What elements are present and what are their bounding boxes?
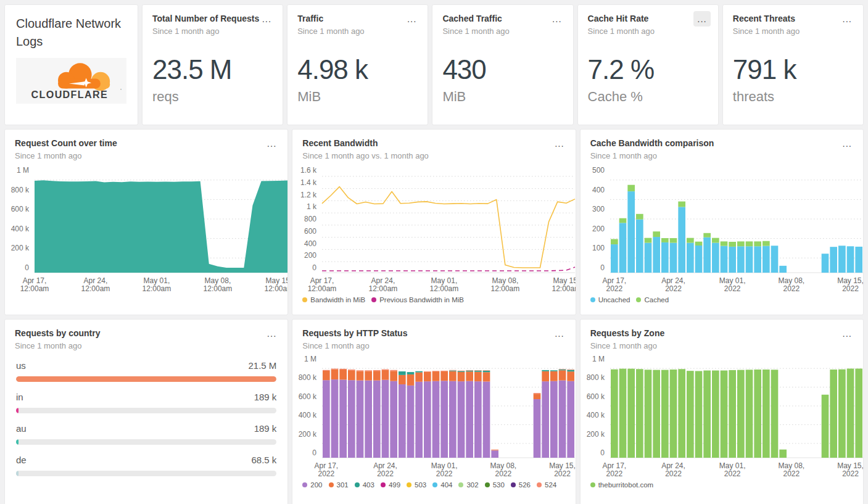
panel-subtitle: Since 1 month ago	[442, 27, 563, 36]
panel-cache-bandwidth: Cache Bandwidth comparison Since 1 month…	[581, 130, 863, 315]
cache-bandwidth-chart[interactable]: 0100200300400500Apr 17,2022Apr 24,2022Ma…	[581, 167, 863, 294]
legend-dot-icon	[636, 297, 641, 302]
svg-text:200: 200	[304, 251, 316, 260]
top-row: Cloudflare Network Logs CLOUDFLARE ' Tot…	[5, 5, 863, 125]
legend-item[interactable]: 200	[302, 481, 322, 489]
country-code: au	[16, 423, 27, 434]
country-row: de 68.5 k	[16, 455, 276, 476]
request-count-chart[interactable]: 0200 k400 k600 k800 k1 MApr 17,12:00amAp…	[5, 167, 287, 294]
svg-text:CLOUDFLARE: CLOUDFLARE	[31, 89, 108, 100]
more-options-icon[interactable]: ...	[258, 11, 276, 27]
panel-title: Total Number of Requests	[152, 14, 273, 25]
legend-label: 301	[337, 481, 349, 489]
cloudflare-logo-image: CLOUDFLARE '	[16, 59, 126, 103]
svg-text:400: 400	[592, 185, 605, 194]
stat-unit: Cache %	[588, 89, 708, 105]
legend-dot-icon	[329, 482, 334, 487]
legend-item[interactable]: 302	[458, 481, 478, 489]
legend-item[interactable]: 524	[537, 481, 556, 489]
country-bar-fill	[16, 408, 19, 413]
svg-text:May 15,2022: May 15,2022	[837, 461, 863, 478]
legend-item[interactable]: 503	[407, 481, 426, 489]
country-value: 21.5 M	[248, 360, 276, 371]
more-options-icon[interactable]: ...	[551, 136, 568, 151]
country-bar-track	[16, 439, 276, 445]
legend-label: 403	[363, 481, 374, 489]
more-options-icon[interactable]: ...	[263, 326, 281, 341]
recent-bandwidth-chart[interactable]: 02004006008001 k1.2 k1.4 k1.6 kApr 17,12…	[292, 167, 575, 294]
more-options-icon[interactable]: ...	[838, 326, 856, 341]
svg-text:0: 0	[25, 263, 29, 272]
legend-label: 404	[440, 481, 452, 489]
svg-text:May 08,2022: May 08,2022	[490, 461, 517, 478]
svg-text:200 k: 200 k	[299, 429, 317, 438]
svg-text:May 08,2022: May 08,2022	[778, 276, 804, 293]
svg-text:1.4 k: 1.4 k	[300, 178, 317, 186]
http-status-chart[interactable]: 0200 k400 k600 k800 k1 MApr 17,2022Apr 2…	[292, 355, 575, 479]
svg-text:May 15,2022: May 15,2022	[837, 276, 863, 293]
country-bar-fill	[16, 471, 19, 476]
more-options-icon[interactable]: ...	[263, 136, 281, 151]
legend-item[interactable]: Uncached	[590, 296, 630, 304]
panel-subtitle: Since 1 month ago	[297, 27, 418, 36]
legend-item[interactable]: Previous Bandwidth in MiB	[371, 296, 464, 304]
legend-dot-icon	[432, 482, 437, 487]
svg-text:400: 400	[304, 239, 316, 247]
panel-request-count: Request Count over time Since 1 month ag…	[5, 130, 287, 315]
chart-legend: theburritobot.com	[581, 479, 863, 489]
legend-item[interactable]: 403	[355, 481, 374, 489]
legend-dot-icon	[537, 482, 542, 487]
legend-item[interactable]: Cached	[636, 296, 669, 304]
country-code: de	[16, 455, 27, 465]
legend-label: 530	[493, 481, 505, 489]
legend-item[interactable]: Bandwidth in MiB	[302, 296, 365, 304]
legend-item[interactable]: 526	[511, 481, 531, 489]
cloudflare-logo: CLOUDFLARE '	[16, 58, 126, 104]
legend-label: 526	[519, 481, 531, 489]
legend-item[interactable]: 404	[432, 481, 452, 489]
svg-text:1.6 k: 1.6 k	[300, 166, 317, 175]
svg-text:0: 0	[600, 448, 605, 457]
svg-text:Apr 24,2022: Apr 24,2022	[661, 461, 685, 478]
legend-item[interactable]: 301	[329, 481, 349, 489]
legend-item[interactable]: 530	[485, 481, 505, 489]
svg-text:May 08,2022: May 08,2022	[778, 461, 804, 478]
legend-label: 302	[466, 481, 478, 489]
country-code: us	[16, 360, 26, 371]
svg-text:Apr 24,2022: Apr 24,2022	[661, 276, 685, 293]
svg-text:Apr 17,2022: Apr 17,2022	[602, 276, 626, 293]
legend-dot-icon	[511, 482, 516, 487]
legend-label: Previous Bandwidth in MiB	[379, 296, 464, 304]
more-options-icon[interactable]: ...	[693, 11, 711, 27]
panel-title: Cache Bandwidth comparison	[590, 138, 853, 149]
panel-requests-by-country: Requests by country Since 1 month ago ..…	[5, 320, 287, 504]
legend-item[interactable]: theburritobot.com	[590, 481, 654, 489]
country-bar-fill	[16, 439, 19, 445]
svg-text:0: 0	[313, 448, 317, 457]
panel-title: Recent Threats	[733, 14, 853, 25]
legend-label: 503	[415, 481, 426, 489]
svg-text:800 k: 800 k	[11, 185, 30, 194]
svg-text:800 k: 800 k	[299, 373, 317, 382]
legend-dot-icon	[458, 482, 463, 487]
country-bar-track	[16, 376, 276, 382]
country-value: 68.5 k	[251, 455, 276, 465]
more-options-icon[interactable]: ...	[548, 11, 566, 27]
more-options-icon[interactable]: ...	[838, 136, 856, 151]
zone-chart[interactable]: 0200 k400 k600 k800 k1 MApr 17,2022Apr 2…	[581, 355, 863, 479]
legend-item[interactable]: 499	[381, 481, 400, 489]
panel-requests-by-zone: Requests by Zone Since 1 month ago ... 0…	[581, 320, 863, 504]
svg-text:200 k: 200 k	[11, 244, 30, 252]
svg-text:May 15,12:00am: May 15,12:00am	[265, 276, 288, 293]
more-options-icon[interactable]: ...	[551, 326, 568, 341]
svg-text:1 k: 1 k	[307, 202, 317, 211]
legend-label: Cached	[644, 296, 669, 304]
more-options-icon[interactable]: ...	[403, 11, 421, 27]
more-options-icon[interactable]: ...	[838, 11, 856, 27]
middle-row: Request Count over time Since 1 month ag…	[5, 130, 863, 315]
panel-dashboard-title: Cloudflare Network Logs CLOUDFLARE '	[5, 5, 138, 125]
panel-subtitle: Since 1 month ago	[590, 151, 853, 160]
svg-text:1 M: 1 M	[592, 355, 605, 363]
panel-traffic: Traffic Since 1 month ago ... 4.98 k MiB	[287, 5, 428, 125]
chart-legend: UncachedCached	[581, 294, 863, 304]
